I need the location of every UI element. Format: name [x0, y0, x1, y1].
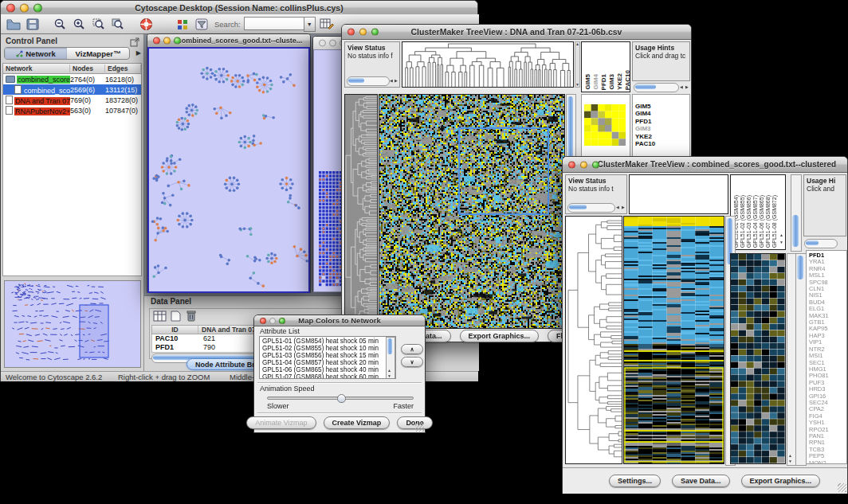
close-icon[interactable]: [260, 318, 266, 324]
attribute-list-item[interactable]: GPL51-02 (GSM855) heat shock 10 min: [260, 345, 395, 352]
resize-grip-icon[interactable]: [415, 423, 424, 432]
network-view-content[interactable]: [147, 47, 310, 293]
tv2-export-graphics-button[interactable]: Export Graphics...: [741, 475, 821, 487]
tv1-column-label[interactable]: PFD1: [600, 74, 607, 90]
tv1-column-label[interactable]: YKE2: [616, 73, 623, 90]
network-row[interactable]: DNA and Tran 07769(0)183728(0): [3, 95, 141, 105]
zoom-window-icon[interactable]: [279, 318, 285, 324]
save-icon[interactable]: [25, 16, 41, 32]
scroll-left-icon[interactable]: ◀: [616, 205, 619, 209]
attribute-listbox[interactable]: GPL51-01 (GSM854) heat shock 05 minGPL51…: [259, 336, 396, 379]
help-lifering-icon[interactable]: [138, 16, 154, 32]
attribute-browser-icon[interactable]: [319, 16, 335, 32]
tv1-row-dendrogram[interactable]: [344, 94, 378, 329]
minimize-icon[interactable]: [329, 40, 336, 47]
move-up-button[interactable]: ∧: [401, 344, 423, 354]
scroll-left-icon[interactable]: ◀: [680, 85, 683, 89]
dialog-create-vizmap-button[interactable]: Create Vizmap: [324, 416, 391, 429]
dialog-animate-vizmap-button[interactable]: Animate Vizmap: [246, 416, 316, 429]
tv1-column-dendrogram-canvas[interactable]: [402, 42, 573, 87]
tab-vizmapper[interactable]: VizMapper™: [67, 48, 129, 59]
scroll-up-icon[interactable]: ▲: [779, 233, 783, 237]
delete-attribute-icon[interactable]: [186, 310, 197, 325]
col-nodes[interactable]: Nodes: [70, 64, 105, 72]
tv1-row-dendrogram-canvas[interactable]: [345, 95, 377, 328]
tab-network[interactable]: Network: [5, 48, 67, 59]
scroll-up-icon[interactable]: ▲: [575, 42, 579, 46]
zoom-fit-icon[interactable]: [109, 16, 125, 32]
close-icon[interactable]: [319, 40, 326, 47]
tv1-row-label[interactable]: GIM4: [633, 110, 689, 117]
tv2-status-hscroll-thumb[interactable]: [569, 205, 587, 209]
network-view-titlebar[interactable]: combined_scores_good.txt--cluste...: [147, 34, 310, 48]
scroll-down-icon[interactable]: ▼: [387, 374, 391, 378]
close-icon[interactable]: [6, 3, 15, 12]
tv2-genelist-vscroll-thumb[interactable]: [797, 256, 803, 279]
animation-speed-slider[interactable]: [267, 397, 414, 400]
tv1-column-label[interactable]: PAC10: [624, 70, 631, 90]
tv2-hints-hscroll-thumb[interactable]: [806, 240, 819, 245]
network-view-canvas[interactable]: [149, 49, 308, 291]
network-row[interactable]: combined_scores2764(0)16218(0): [3, 74, 141, 84]
close-icon[interactable]: [568, 161, 575, 168]
attribute-list-item[interactable]: GPL51-06 (GSM865) heat shock 40 min: [260, 366, 395, 373]
attr-list-vscrollbar[interactable]: ▲ ▼: [386, 337, 395, 379]
zoom-out-icon[interactable]: [52, 16, 68, 32]
tv1-column-dendrogram[interactable]: [402, 41, 574, 88]
search-input[interactable]: [244, 17, 304, 30]
tv1-row-label[interactable]: GIM5: [633, 103, 689, 110]
tv2-zoom-matrix-canvas[interactable]: [731, 254, 785, 463]
data-col-id[interactable]: ID: [152, 326, 198, 334]
move-down-button[interactable]: ∨: [401, 357, 423, 367]
tv2-column-dendrogram-area[interactable]: [629, 174, 728, 214]
tv2-settings-button[interactable]: Settings...: [609, 475, 661, 487]
tv1-hints-hscrollbar[interactable]: [634, 83, 679, 92]
close-icon[interactable]: [347, 29, 355, 36]
slider-thumb[interactable]: [337, 394, 346, 403]
tv1-column-label[interactable]: GIM5: [584, 74, 591, 90]
close-icon[interactable]: [153, 37, 160, 45]
open-icon[interactable]: [6, 16, 22, 32]
scroll-right-icon[interactable]: ▶: [685, 85, 689, 89]
tv1-column-label[interactable]: GIM3: [608, 74, 615, 90]
zoom-selected-icon[interactable]: [90, 16, 106, 32]
tv2-column-label[interactable]: GPL51-04 (GSM857): [752, 195, 758, 248]
tab-overflow-icon[interactable]: ▶: [136, 49, 141, 57]
zoom-window-icon[interactable]: [371, 29, 379, 36]
tv2-zoom-panel[interactable]: [730, 253, 786, 464]
treeview1-titlebar[interactable]: ClusterMaker TreeView : DNA and Tran 07-…: [342, 25, 691, 40]
new-attribute-icon[interactable]: [171, 311, 181, 325]
tv2-labels-vscroll-thumb[interactable]: [792, 215, 799, 247]
zoom-window-icon[interactable]: [592, 161, 599, 168]
tv1-row-label[interactable]: PFD1: [633, 118, 689, 125]
attribute-list-item[interactable]: GPL51-03 (GSM856) heat shock 15 min: [260, 352, 395, 359]
scroll-up-icon[interactable]: ▲: [788, 454, 792, 458]
zoom-in-icon[interactable]: [71, 16, 87, 32]
search-dropdown-icon[interactable]: ▼: [304, 17, 316, 32]
filter-icon[interactable]: [194, 16, 210, 32]
table-view-icon[interactable]: [153, 311, 167, 325]
tv2-column-label[interactable]: GPL51-03 (GSM856): [746, 195, 752, 248]
scroll-up-icon[interactable]: ▲: [387, 369, 391, 373]
attr-list-vscroll-thumb[interactable]: [387, 338, 392, 354]
tv1-export-graphics-button[interactable]: Export Graphics...: [460, 330, 540, 342]
tv2-column-label[interactable]: GPL51-07 (GSM868): [765, 195, 771, 248]
tv1-dendro-scroll-strip[interactable]: ▲ ▼: [575, 41, 580, 88]
tv1-heatmap[interactable]: [379, 94, 565, 329]
scroll-right-icon[interactable]: ▶: [622, 205, 625, 209]
minimize-icon[interactable]: [20, 3, 29, 12]
tv1-row-label[interactable]: GIM3: [633, 125, 689, 132]
col-network[interactable]: Network: [3, 64, 70, 72]
main-titlebar[interactable]: Cytoscape Desktop (Session Name: collins…: [1, 1, 477, 15]
tv1-hints-hscroll-thumb[interactable]: [635, 84, 656, 89]
tv2-heatmap[interactable]: [623, 216, 724, 464]
tv1-zoom-matrix-canvas[interactable]: [584, 104, 626, 146]
minimize-icon[interactable]: [359, 29, 367, 36]
tv2-column-label[interactable]: GPL51-02 (GSM855): [740, 195, 745, 248]
tv1-heatmap-canvas[interactable]: [379, 95, 564, 328]
minimize-icon[interactable]: [163, 37, 171, 45]
attribute-list-item[interactable]: GPL51-07 (GSM868) heat shock 60 min: [260, 373, 395, 379]
tv2-heatmap-canvas[interactable]: [624, 217, 724, 463]
zoom-window-icon[interactable]: [174, 37, 181, 45]
tv2-row-dendrogram-canvas[interactable]: [566, 217, 622, 463]
